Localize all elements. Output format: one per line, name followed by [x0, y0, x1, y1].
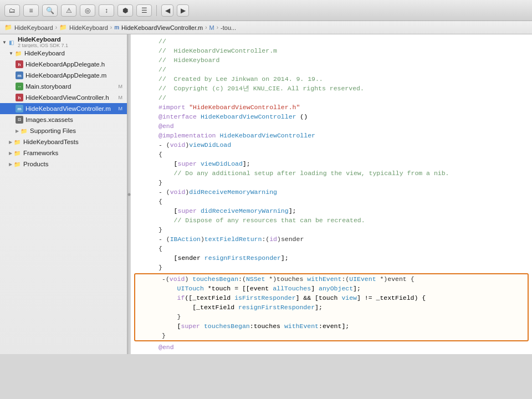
h-file-icon: h — [16, 60, 23, 68]
sidebar-label: HideKeyboard — [24, 50, 65, 57]
breakpoint-icon: ↕ — [105, 7, 108, 14]
sidebar-item-images[interactable]: ⊡ Images.xcassets — [0, 114, 127, 125]
code-line: [_textField resignFirstResponder]; — [135, 303, 528, 312]
breadcrumb-project[interactable]: HideKeyboard — [14, 24, 53, 31]
sidebar-root[interactable]: ▼ ◧ HideKeyboard 2 targets, iOS SDK 7.1 — [0, 37, 127, 48]
code-line: @implementation HideKeboardViewControlle… — [131, 131, 532, 140]
storyboard-icon: ↔ — [16, 83, 23, 90]
code-line: { — [131, 197, 532, 206]
sidebar-group-hidekeyboard[interactable]: ▼ 📁 HideKeyboard — [0, 48, 127, 59]
sidebar-label: HideKeboardAppDelegate.m — [25, 72, 106, 79]
project-subtitle: 2 targets, iOS SDK 7.1 — [18, 43, 68, 48]
code-line: { — [131, 244, 532, 253]
report-btn[interactable]: ☰ — [136, 4, 152, 17]
search-btn[interactable]: 🔍 — [42, 4, 58, 17]
warning-btn[interactable]: ⚠ — [61, 4, 76, 17]
report-icon: ☰ — [141, 7, 147, 14]
folder-icon: 📁 — [20, 127, 28, 135]
sidebar-item-viewcontroller-m[interactable]: m HideKeboardViewController.m M — [0, 103, 127, 114]
code-line: // HideKeyboard — [131, 55, 532, 65]
sidebar-item-frameworks[interactable]: ▶ 📁 Frameworks — [0, 147, 127, 158]
code-line: UITouch *touch = [[event allTouches] any… — [135, 284, 528, 293]
sidebar-item-appdelegate-m[interactable]: m HideKeboardAppDelegate.m — [0, 70, 127, 81]
code-line: // — [131, 37, 532, 46]
sidebar-item-mainstoryboard[interactable]: ↔ Main.storyboard M — [0, 81, 127, 92]
code-line: // Copyright (c) 2014년 KNU_CIE. All righ… — [131, 84, 532, 93]
sidebar-item-tests[interactable]: ▶ 📁 HideKeyboardTests — [0, 136, 127, 147]
app-window: 🗂 ≡ 🔍 ⚠ ◎ ↕ ⬢ ☰ ◀ ▶ 📁 — [0, 0, 532, 354]
breadcrumb-folder2-icon: 📁 — [59, 24, 67, 31]
code-line: - (void)didReceiveMemoryWarning — [131, 187, 532, 197]
sidebar-label: Images.xcassets — [25, 116, 73, 123]
project-name: HideKeyboard — [18, 37, 68, 43]
breadcrumb-sep-3: › — [205, 24, 207, 30]
chevron-down-icon: ▼ — [2, 40, 7, 45]
code-line: - (void)viewDidLoad — [131, 140, 532, 150]
debug-btn[interactable]: ⬢ — [117, 4, 133, 17]
symbol-navigator-btn[interactable]: ≡ — [23, 4, 39, 17]
code-line: // Dispose of any resources that can be … — [131, 216, 532, 225]
breadcrumb-sep-1: › — [55, 24, 57, 30]
chevron-right-icon: ▶ — [9, 162, 12, 167]
sidebar-label: HideKeboardAppDelegate.h — [25, 61, 105, 68]
sidebar: ▼ ◧ HideKeyboard 2 targets, iOS SDK 7.1 … — [0, 34, 127, 354]
sidebar-item-supporting-files[interactable]: ▶ 📁 Supporting Files — [0, 125, 127, 136]
sidebar-item-appdelegate-h[interactable]: h HideKeboardAppDelegate.h — [0, 59, 127, 70]
code-line: } — [131, 225, 532, 234]
code-line: } — [131, 178, 532, 187]
code-editor[interactable]: // // HideKeboardViewController.m // Hid… — [131, 34, 532, 354]
code-line: [super didReceiveMemoryWarning]; — [131, 206, 532, 216]
list-icon: ≡ — [29, 7, 33, 14]
breadcrumb-sep-4: › — [217, 24, 218, 30]
toolbar: 🗂 ≡ 🔍 ⚠ ◎ ↕ ⬢ ☰ ◀ ▶ — [0, 0, 532, 21]
breadcrumb-folder-icon: 📁 — [4, 24, 12, 31]
breadcrumb-method[interactable]: -tou... — [221, 24, 236, 31]
code-line: - (IBAction)textFieldReturn:(id)sender — [131, 234, 532, 244]
breadcrumb-sep-2: › — [110, 24, 112, 30]
breakpoint-btn[interactable]: ↕ — [99, 4, 114, 17]
nav-forward-btn[interactable]: ▶ — [177, 4, 189, 17]
chevron-right-icon: ▶ — [9, 151, 12, 156]
code-line: } — [131, 263, 532, 272]
sidebar-item-products[interactable]: ▶ 📁 Products — [0, 158, 127, 170]
code-line: // — [131, 93, 532, 103]
resize-handle — [128, 193, 131, 196]
breadcrumb-symbol[interactable]: M — [209, 24, 214, 31]
folder-icon: 📁 — [14, 49, 22, 57]
breadcrumb-group[interactable]: HideKeyboard — [69, 24, 108, 31]
code-line: // Created by Lee Jinkwan on 2014. 9. 19… — [131, 74, 532, 84]
search-icon: 🔍 — [46, 7, 54, 14]
project-navigator-btn[interactable]: 🗂 — [4, 4, 20, 17]
code-line: [super viewDidLoad]; — [131, 159, 532, 168]
sidebar-label: Supporting Files — [30, 127, 76, 134]
folder-icon: 📁 — [13, 149, 21, 157]
vcs-btn[interactable]: ◎ — [80, 4, 95, 17]
code-line: // Do any additional setup after loading… — [131, 168, 532, 178]
sidebar-label: HideKeboardViewController.m — [25, 105, 111, 112]
code-line: #import "HideKeboardViewController.h" — [131, 103, 532, 112]
sidebar-item-viewcontroller-h[interactable]: h HideKeboardViewController.h M — [0, 92, 127, 103]
code-line: -(void) touchesBegan:(NSSet *)touches wi… — [135, 274, 528, 284]
sidebar-label: Products — [23, 161, 48, 167]
folder-icon: 🗂 — [9, 7, 16, 14]
warning-icon: ⚠ — [66, 7, 72, 14]
code-line: // — [131, 65, 532, 74]
forward-icon: ▶ — [181, 7, 186, 14]
code-line: @interface HideKeboardViewController () — [131, 112, 532, 121]
code-line: } — [135, 312, 528, 321]
code-line: [super touchesBegan:touches withEvent:ev… — [135, 321, 528, 331]
nav-back-btn[interactable]: ◀ — [161, 4, 173, 17]
chevron-right-icon: ▶ — [16, 129, 19, 134]
code-content: // // HideKeboardViewController.m // Hid… — [131, 34, 532, 354]
code-line: [sender resignFirstResponder]; — [131, 253, 532, 263]
sidebar-label: HideKeboardViewController.h — [25, 94, 109, 101]
source-control-icon: ◎ — [85, 7, 90, 14]
sidebar-label: Main.storyboard — [25, 83, 71, 90]
breadcrumb-bar: 📁 HideKeyboard › 📁 HideKeyboard › m Hide… — [0, 21, 532, 34]
sidebar-label: Frameworks — [23, 150, 58, 156]
breadcrumb-file[interactable]: HideKeboardViewController.m — [121, 24, 203, 31]
code-line: @end — [131, 342, 532, 352]
code-line: // HideKeboardViewController.m — [131, 46, 532, 55]
back-icon: ◀ — [165, 7, 170, 14]
folder-icon: 📁 — [13, 138, 21, 146]
